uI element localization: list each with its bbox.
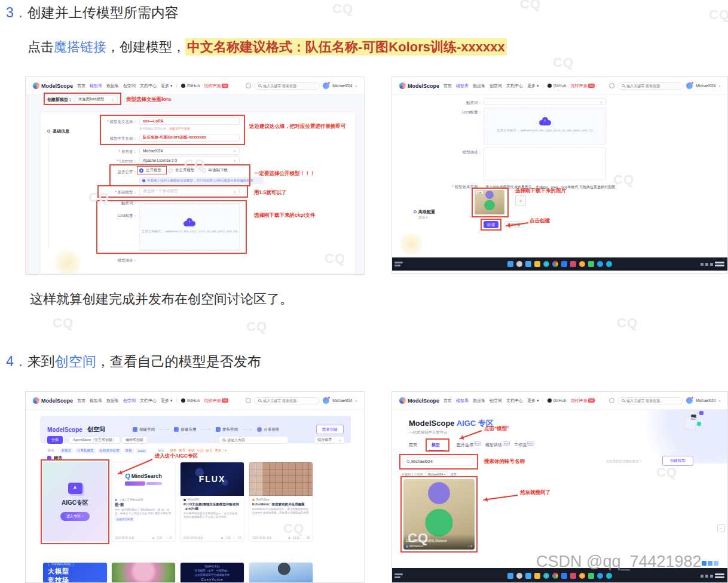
studio-card-echomimic[interactable]: BadToBest EchoMimic: 语音驱动照片生成视频 EchoMimi… <box>249 462 313 542</box>
owner-select[interactable]: Michael024∨ <box>139 147 240 155</box>
tag-cv[interactable]: 计算机视觉 <box>75 448 96 453</box>
csdn-tool-icon[interactable] <box>714 561 718 566</box>
system-tray[interactable] <box>701 262 724 266</box>
github-link[interactable]: GitHub <box>181 398 200 403</box>
chevron-down-icon[interactable]: ▾ <box>355 84 357 88</box>
tab-workflow[interactable]: 工作流beta <box>514 442 534 448</box>
globe-icon[interactable] <box>609 83 614 88</box>
tab-model-train[interactable]: 模型训练beta <box>485 442 510 448</box>
card-tag[interactable]: 自然语言处理 <box>115 517 134 521</box>
nav-home[interactable]: 首页 <box>443 83 452 89</box>
lora-upload-area[interactable]: 支持文件格式：.safetensors,.bin,.ckpt,.onnx,.pt… <box>139 203 240 251</box>
studio-card-anime-boy[interactable] <box>249 562 313 583</box>
github-link[interactable]: GitHub <box>181 84 200 88</box>
nav-docs[interactable]: 文档中心 <box>140 83 157 89</box>
wechat-icon[interactable] <box>588 573 594 579</box>
tag-finance[interactable]: 财务 <box>170 449 177 453</box>
studio-card-cosyvoice[interactable]: 3秒声音复刻 语音模型（女声、中国风味） 点击页面底部可生成体验音色 CosyV… <box>180 562 244 583</box>
banner-step-create[interactable]: 创建空间 <box>133 427 155 432</box>
start-icon[interactable] <box>507 573 513 579</box>
nav-home[interactable]: 首页 <box>77 398 85 404</box>
nav-docs[interactable]: 文档中心 <box>506 398 523 404</box>
opt-public[interactable]: 公开模型 <box>146 168 161 173</box>
studio-card-portrait[interactable] <box>111 562 176 583</box>
search-icon[interactable] <box>516 261 522 267</box>
photos-icon[interactable] <box>570 573 576 579</box>
modelscope-logo[interactable]: ModelScope <box>33 82 73 89</box>
card-title[interactable]: FLUX文生图|最强文生图模型体验空间_gradio版 <box>183 502 241 511</box>
studio-card-flux[interactable]: FLUX Muse团队 FLUX文生图|最强文生图模型体验空间_gradio版 … <box>180 462 244 542</box>
chevron-down-icon[interactable]: ▾ <box>718 84 720 88</box>
card-title[interactable]: EchoMimic: 语音驱动照片生成视频 <box>252 502 310 507</box>
nav-home[interactable]: 首页 <box>443 398 452 404</box>
tag-multimodal[interactable]: 多模态 <box>60 448 74 453</box>
opt-apply[interactable]: 申请制下载 <box>209 168 228 173</box>
banner-step-publish[interactable]: 发布空间 <box>216 427 238 432</box>
nav-more[interactable]: 更多 ▾ <box>527 83 539 89</box>
tag-education[interactable]: 教育 <box>179 449 186 453</box>
tag-fun[interactable]: 娱乐 <box>206 449 213 453</box>
search-icon[interactable] <box>516 573 522 579</box>
header-search-input[interactable] <box>263 399 316 403</box>
advanced-optional[interactable]: 选填 ▾ <box>418 216 427 220</box>
clear-filter[interactable]: 清空 <box>450 472 456 476</box>
nav-studios[interactable]: 创空间 <box>490 398 502 404</box>
tag-more[interactable]: 更多｜▾ <box>215 449 227 453</box>
nav-datasets[interactable]: 数据集 <box>106 83 119 89</box>
tab-model[interactable]: 模型 <box>432 442 440 448</box>
edge-icon[interactable] <box>543 261 549 267</box>
store-icon[interactable] <box>561 573 567 579</box>
header-search[interactable] <box>617 82 683 90</box>
studio-search[interactable] <box>218 436 289 444</box>
tag-audio[interactable]: 语音 <box>124 448 134 453</box>
tag-aaai[interactable]: AAAI <box>136 449 148 453</box>
system-tray[interactable] <box>701 573 724 578</box>
chrome-icon[interactable] <box>552 261 558 267</box>
avatar[interactable] <box>686 82 693 89</box>
tab-home[interactable]: 首页 <box>409 442 417 448</box>
header-search-input[interactable] <box>626 399 679 403</box>
csdn-tool-icon[interactable] <box>708 561 712 566</box>
header-search[interactable] <box>254 82 320 90</box>
account-search-input[interactable] <box>411 459 470 464</box>
add-image-button[interactable]: ＋ <box>515 195 526 206</box>
file-explorer-icon[interactable] <box>534 573 540 579</box>
chevron-down-icon[interactable]: ▾ <box>355 399 357 403</box>
tab-agentstore[interactable]: AgentStore（交互式创建） <box>69 436 120 444</box>
desc-textarea[interactable] <box>484 148 606 180</box>
globe-icon[interactable] <box>246 83 251 88</box>
nav-home[interactable]: 首页 <box>77 83 85 89</box>
opt-private[interactable]: 非公开模型 <box>175 168 195 173</box>
base-model-select[interactable]: 请选择一个基础模型∨ <box>139 188 240 195</box>
tag-nlp[interactable]: 自然语言处理 <box>98 448 121 453</box>
modelscope-logo[interactable]: ModelScope <box>33 397 73 404</box>
nav-studios[interactable]: 创空间 <box>490 83 502 89</box>
github-link[interactable]: GitHub <box>547 398 566 403</box>
back-to-top-button[interactable]: ︿ <box>717 524 725 532</box>
license-select[interactable]: Apache License 2.0∨ <box>139 157 240 164</box>
example-image-thumbnail[interactable]: 封面 <box>475 190 504 214</box>
aigc-zone-card[interactable]: AIGC专区 进入专区 > <box>42 462 108 542</box>
banner-step-share[interactable]: 分享创意 <box>257 427 279 432</box>
nav-datasets[interactable]: 数据集 <box>106 398 119 404</box>
header-search-input[interactable] <box>263 84 316 88</box>
tab-image-gen[interactable]: 图片生成beta <box>457 442 481 448</box>
nav-models[interactable]: 模型库 <box>456 83 469 89</box>
nav-docs[interactable]: 文档中心 <box>506 83 523 89</box>
globe-icon[interactable] <box>246 398 251 403</box>
browser-icon[interactable] <box>606 573 612 579</box>
cn-name-input[interactable]: 队伍名称-可图Kolors训练-xxxxxxxx <box>139 134 240 142</box>
sort-select[interactable]: 综合排序∨ <box>314 436 345 444</box>
header-search[interactable] <box>617 397 683 404</box>
radio-public-icon[interactable] <box>139 168 143 173</box>
onedrive-icon[interactable] <box>597 573 603 579</box>
nav-studios[interactable]: 创空间 <box>123 83 136 89</box>
tag-life[interactable]: 生活 <box>197 449 204 453</box>
csdn-tool-icon[interactable] <box>702 561 706 566</box>
chevron-down-icon[interactable]: ▾ <box>718 399 720 403</box>
modao-link[interactable]: 魔搭链接 <box>54 39 106 54</box>
radio-private-icon[interactable] <box>169 168 173 173</box>
header-search-input[interactable] <box>626 84 679 88</box>
modelscope-logo[interactable]: ModelScope <box>399 397 439 404</box>
create-model-button[interactable]: 创建模型 <box>662 456 693 466</box>
